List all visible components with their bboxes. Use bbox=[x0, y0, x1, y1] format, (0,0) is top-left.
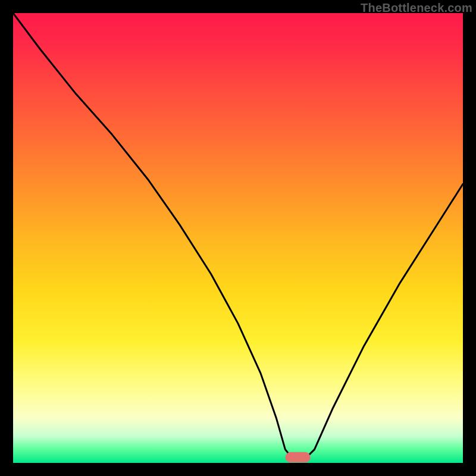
plot-area bbox=[13, 13, 463, 463]
bottleneck-curve bbox=[13, 13, 463, 461]
optimal-point-marker bbox=[285, 452, 310, 462]
bottleneck-curve-svg bbox=[13, 13, 463, 463]
chart-frame: TheBottleneck.com bbox=[0, 0, 476, 476]
watermark-text: TheBottleneck.com bbox=[361, 1, 472, 15]
